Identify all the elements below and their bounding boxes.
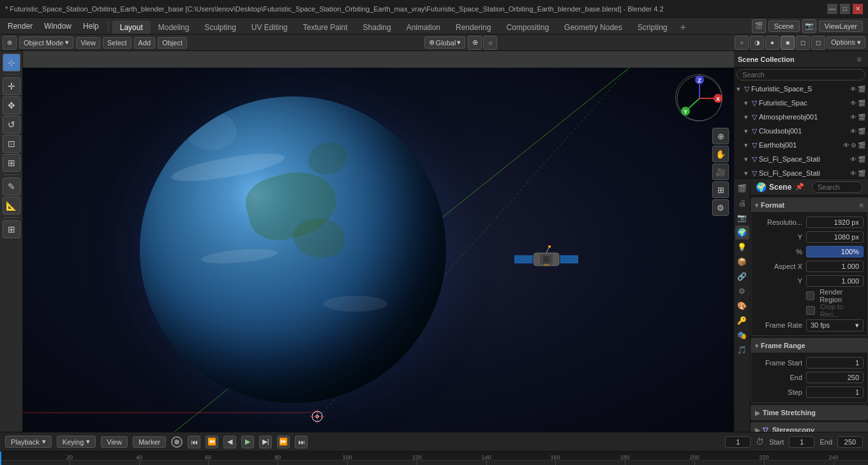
prop-icon-data[interactable]: 🎭 <box>735 328 749 342</box>
item-visible-0[interactable]: 👁 <box>850 86 857 93</box>
crop-render-checkbox[interactable] <box>806 306 815 315</box>
item-filter-4[interactable]: ⚙ <box>851 142 857 149</box>
select-tool[interactable]: ⊹ <box>3 54 20 72</box>
tab-uv-editing[interactable]: UV Editing <box>244 20 296 34</box>
measure-tool[interactable]: 📐 <box>3 197 20 215</box>
add-cube-tool[interactable]: ⊞ <box>3 220 20 238</box>
frame-rate-dropdown[interactable]: 30 fps ▾ <box>806 319 864 332</box>
recording-indicator[interactable] <box>171 436 183 448</box>
snap-toggle[interactable]: ⊕ <box>468 36 482 50</box>
tab-geometry-nodes[interactable]: Geometry Nodes <box>557 20 630 34</box>
frame-step-value[interactable]: 1 <box>806 386 864 398</box>
item-visible-6[interactable]: 👁 <box>850 170 857 177</box>
prop-icon-physics[interactable]: 🎨 <box>735 299 749 313</box>
item-visible-5[interactable]: 👁 <box>850 156 857 163</box>
item-render-5[interactable]: 🎬 <box>858 156 865 163</box>
next-frame-button[interactable]: ▶| <box>259 436 272 448</box>
outliner-item-1[interactable]: ▾ ▽ Futuristic_Spac 👁 🎬 <box>734 96 868 110</box>
viewport-shading-3[interactable]: ● <box>765 36 779 50</box>
add-workspace-button[interactable]: + <box>675 20 691 34</box>
tab-shading[interactable]: Shading <box>355 20 399 34</box>
viewport-shading-4[interactable]: ■ <box>781 36 795 50</box>
prop-icon-particles[interactable]: ⚙ <box>735 284 749 298</box>
frame-range-header[interactable]: ▾ Frame Range <box>751 339 867 353</box>
transform-pivot[interactable]: ⊕ Global ▾ <box>424 36 466 49</box>
resolution-pct-value[interactable]: 100% <box>806 246 864 257</box>
item-render-6[interactable]: 🎬 <box>858 170 865 177</box>
prop-icon-render[interactable]: 🎬 <box>735 181 749 195</box>
item-render-3[interactable]: 🎬 <box>858 128 865 135</box>
prev-keyframe-button[interactable]: ⏪ <box>206 436 218 448</box>
view-type-icon[interactable]: ⊕ <box>3 36 17 50</box>
aspect-y-value[interactable]: 1.000 <box>806 275 864 287</box>
viewport-shading-1[interactable]: ○ <box>735 36 749 50</box>
menu-window[interactable]: Window <box>39 20 77 32</box>
outliner-item-6[interactable]: ▾ ▽ Sci_Fi_Space_Stati 👁 🎬 <box>734 166 868 179</box>
play-button[interactable]: ▶ <box>241 436 254 448</box>
outliner-filter-icon[interactable]: ≡ <box>854 54 864 65</box>
prop-icon-modifiers[interactable]: 🔗 <box>735 270 749 284</box>
current-frame-display[interactable]: 1 <box>725 436 751 448</box>
annotate-tool[interactable]: ✎ <box>3 178 20 195</box>
viewport-shading-5[interactable]: ◻ <box>796 36 810 50</box>
viewport-gizmo[interactable]: Z X Y <box>675 74 726 125</box>
outliner-search-input[interactable] <box>737 69 865 80</box>
tab-sculpting[interactable]: Sculpting <box>197 20 243 34</box>
item-render-0[interactable]: 🎬 <box>858 86 865 93</box>
item-render-1[interactable]: 🎬 <box>858 100 865 107</box>
outliner-item-3[interactable]: ▾ ▽ Cloudsobj001 👁 🎬 <box>734 124 868 138</box>
viewlayer-value[interactable]: ViewLayer <box>819 20 863 32</box>
properties-search-input[interactable] <box>812 181 863 193</box>
grid-view-button[interactable]: ⊞ <box>712 181 729 198</box>
prev-frame-button[interactable]: ◀ <box>223 436 236 448</box>
view-menu-bottom[interactable]: View <box>101 436 128 448</box>
resolution-x-value[interactable]: 1920 px <box>806 217 864 228</box>
prop-icon-scene[interactable]: 🌍 <box>735 225 749 240</box>
tab-texture-paint[interactable]: Texture Paint <box>296 20 355 34</box>
start-frame-display[interactable]: 1 <box>789 436 814 448</box>
outliner-item-0[interactable]: ▾ ▽ Futuristic_Space_S 👁 🎬 <box>734 82 868 96</box>
item-visible-3[interactable]: 👁 <box>850 128 857 135</box>
viewport[interactable]: User Perspective (1) Scene Collection | … <box>23 51 734 432</box>
rotate-tool[interactable]: ↺ <box>3 116 20 133</box>
outliner-item-4[interactable]: ▾ ▽ Earthobj001 👁 ⚙ 🎬 <box>734 138 868 152</box>
tab-modeling[interactable]: Modeling <box>151 20 197 34</box>
end-frame-display[interactable]: 250 <box>837 436 863 448</box>
scene-value[interactable]: Scene <box>768 20 800 32</box>
add-menu[interactable]: Add <box>134 37 156 49</box>
camera-view-button[interactable]: 🎥 <box>712 164 729 180</box>
pan-view-button[interactable]: ✋ <box>712 146 729 162</box>
tab-scripting[interactable]: Scripting <box>630 20 675 34</box>
item-visible-2[interactable]: 👁 <box>850 114 857 121</box>
jump-to-end-button[interactable]: ⏭ <box>295 436 308 448</box>
resolution-y-value[interactable]: 1080 px <box>806 231 864 243</box>
outliner-item-2[interactable]: ▾ ▽ Atmosphereobj001 👁 🎬 <box>734 110 868 124</box>
zoom-view-button[interactable]: ⊕ <box>712 128 729 144</box>
prop-icon-constraints[interactable]: 🔑 <box>735 314 749 328</box>
proportional-edit[interactable]: ○ <box>483 36 497 50</box>
jump-to-start-button[interactable]: ⏮ <box>188 436 200 448</box>
tab-layout[interactable]: Layout <box>112 20 151 34</box>
playback-menu[interactable]: Playback ▾ <box>5 436 52 448</box>
timeline-area[interactable]: 020406080100120140160180200220240 <box>0 451 868 465</box>
item-render-4[interactable]: 🎬 <box>858 142 865 149</box>
options-menu[interactable]: Options ▾ <box>827 36 865 49</box>
render-region-checkbox[interactable] <box>806 291 814 300</box>
scene-icon[interactable]: 🎬 <box>752 19 766 33</box>
overlay-settings-button[interactable]: ⚙ <box>712 199 729 216</box>
tab-animation[interactable]: Animation <box>399 20 448 34</box>
frame-start-value[interactable]: 1 <box>806 357 864 369</box>
marker-menu[interactable]: Marker <box>133 436 166 448</box>
view-menu[interactable]: View <box>76 37 100 49</box>
time-stretching-header[interactable]: ▶ Time Stretching <box>751 406 867 420</box>
move-tool[interactable]: ✥ <box>3 96 20 114</box>
object-menu[interactable]: Object <box>158 37 187 49</box>
next-keyframe-button[interactable]: ⏩ <box>277 436 290 448</box>
format-section-header[interactable]: ▾ Format ≡ <box>751 198 867 212</box>
viewport-shading-6[interactable]: ◻ <box>811 36 825 50</box>
prop-icon-output[interactable]: 🖨 <box>735 196 749 210</box>
tab-compositing[interactable]: Compositing <box>498 20 557 34</box>
frame-end-value[interactable]: 250 <box>806 372 864 383</box>
item-visible-4[interactable]: 👁 <box>843 142 849 149</box>
transform-tool[interactable]: ⊞ <box>3 154 20 172</box>
